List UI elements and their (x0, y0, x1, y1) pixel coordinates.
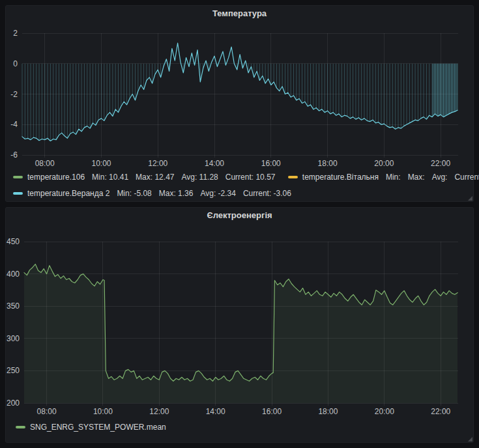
svg-text:0: 0 (13, 59, 18, 68)
legend-item-temperature-vitalnya: temperature.ВітальняMin:Max:Avg:Current: (288, 173, 479, 182)
svg-text:20:00: 20:00 (375, 407, 394, 416)
svg-text:14:00: 14:00 (205, 159, 224, 168)
svg-text:18:00: 18:00 (318, 407, 338, 416)
svg-text:14:00: 14:00 (206, 407, 225, 416)
panel-resize-handle[interactable] (468, 437, 472, 441)
series-name[interactable]: temperature.106 (27, 173, 85, 182)
svg-text:22:00: 22:00 (431, 407, 450, 416)
series-name[interactable]: temperature.Веранда 2 (27, 189, 109, 198)
panel-electricity: 45040035030025020008:0010:0012:0014:0016… (5, 207, 474, 443)
panel-title-electricity[interactable]: Єлектроенергія (5, 210, 474, 220)
svg-text:2: 2 (13, 29, 18, 38)
series-color-swatch[interactable] (288, 176, 298, 178)
series-name[interactable]: SNG_ENRG_SYSTEM_POWER.mean (30, 423, 166, 432)
series-stat-min: Min: (386, 173, 401, 182)
legend-electricity: SNG_ENRG_SYSTEM_POWER.mean (16, 419, 177, 436)
svg-text:-6: -6 (10, 150, 18, 160)
legend-row: temperature.Веранда 2Min: -5.08Max: 1.36… (13, 186, 479, 202)
panel-title-temperature[interactable]: Температура (5, 8, 474, 18)
legend-item-temperature-veranda2: temperature.Веранда 2Min: -5.08Max: 1.36… (13, 189, 291, 198)
grafana-dashboard: 20-2-4-608:0010:0012:0014:0016:0018:0020… (0, 0, 479, 448)
svg-text:350: 350 (7, 301, 20, 311)
svg-text:08:00: 08:00 (37, 407, 57, 416)
series-stat-min: Min: 10.41 (92, 173, 128, 182)
series-stat-avg: Avg: -2.34 (200, 189, 235, 198)
svg-text:16:00: 16:00 (261, 159, 281, 168)
svg-text:200: 200 (7, 399, 20, 408)
svg-text:450: 450 (7, 237, 20, 246)
svg-text:16:00: 16:00 (262, 407, 282, 416)
series-stat-max: Max: 1.36 (159, 189, 194, 198)
series-stat-max: Max: 12.47 (136, 173, 174, 182)
svg-text:400: 400 (7, 270, 20, 279)
panel-temperature: 20-2-4-608:0010:0012:0014:0016:0018:0020… (5, 5, 474, 202)
series-stat-avg: Avg: (432, 173, 448, 182)
series-color-swatch[interactable] (13, 192, 23, 195)
series-color-swatch[interactable] (13, 176, 23, 178)
svg-text:300: 300 (7, 334, 20, 343)
svg-text:10:00: 10:00 (91, 159, 111, 168)
svg-text:-4: -4 (10, 120, 18, 129)
svg-text:-2: -2 (10, 90, 18, 99)
panel-resize-handle[interactable] (468, 196, 472, 201)
series-stat-current: Current: -3.06 (243, 189, 291, 198)
series-stat-avg: Avg: 11.28 (181, 173, 218, 182)
svg-text:12:00: 12:00 (148, 159, 167, 168)
series-stat-min: Min: -5.08 (117, 189, 151, 198)
svg-text:12:00: 12:00 (149, 407, 169, 416)
series-color-swatch[interactable] (16, 426, 25, 428)
legend-row: temperature.106Min: 10.41Max: 12.47Avg: … (13, 169, 479, 186)
svg-text:08:00: 08:00 (35, 159, 55, 168)
svg-text:10:00: 10:00 (93, 407, 113, 416)
svg-text:250: 250 (7, 366, 20, 375)
legend-item-sng-power: SNG_ENRG_SYSTEM_POWER.mean (16, 423, 166, 432)
svg-text:20:00: 20:00 (374, 159, 394, 168)
series-stat-current: Current: (454, 173, 479, 182)
legend-temperature: temperature.106Min: 10.41Max: 12.47Avg: … (13, 169, 479, 202)
electricity-chart-plot[interactable]: 45040035030025020008:0010:0012:0014:0016… (5, 207, 474, 443)
svg-text:22:00: 22:00 (431, 159, 450, 168)
legend-row: SNG_ENRG_SYSTEM_POWER.mean (16, 419, 177, 436)
series-name[interactable]: temperature.Вітальня (302, 173, 379, 182)
series-stat-max: Max: (408, 173, 425, 182)
legend-item-temperature-106: temperature.106Min: 10.41Max: 12.47Avg: … (13, 173, 278, 182)
series-stat-current: Current: 10.57 (225, 173, 276, 182)
svg-text:18:00: 18:00 (318, 159, 338, 168)
